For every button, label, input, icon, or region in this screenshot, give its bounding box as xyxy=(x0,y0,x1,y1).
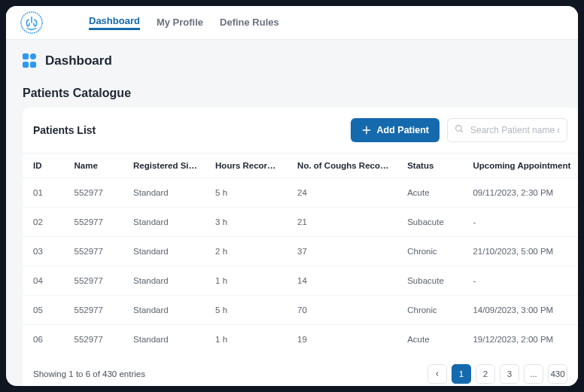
search-wrap xyxy=(447,118,567,142)
col-coughs: No. of Coughs Recorded xyxy=(287,153,397,178)
table-header-row: ID Name Registered Since Hours Recorded … xyxy=(23,153,578,178)
cell-coughs: 14 xyxy=(287,266,397,296)
section-title: Patients Catalogue xyxy=(6,73,578,108)
cell-status: Subacute xyxy=(397,208,462,237)
cell-name: 552977 xyxy=(64,237,123,266)
cell-registered: Standard xyxy=(123,296,205,325)
cell-hours: 1 h xyxy=(205,266,287,296)
cell-name: 552977 xyxy=(64,178,123,208)
cell-hours: 2 h xyxy=(205,237,287,266)
cell-appointment: 09/11/2023, 2:30 PM xyxy=(462,178,578,208)
cell-name: 552977 xyxy=(64,266,123,296)
cell-name: 552977 xyxy=(64,296,123,325)
page-title: Dashboard xyxy=(45,53,112,68)
cell-id: 06 xyxy=(23,325,64,354)
cell-hours: 5 h xyxy=(205,178,287,208)
pager-page[interactable]: 3 xyxy=(500,364,519,384)
cell-status: Subacute xyxy=(397,266,462,296)
list-title: Patients List xyxy=(33,124,343,136)
cell-id: 04 xyxy=(23,266,64,296)
table-row: 05552977Standard5 h70Chronic14/09/2023, … xyxy=(23,296,578,325)
col-name: Name xyxy=(64,153,123,178)
cell-appointment: 14/09/2023, 3:00 PM xyxy=(462,296,578,325)
cell-appointment: 21/10/2023, 5:00 PM xyxy=(462,237,578,266)
cell-appointment: - xyxy=(462,208,578,237)
nav-my-profile[interactable]: My Profile xyxy=(157,17,203,29)
cell-coughs: 21 xyxy=(287,208,397,237)
table-body: 01552977Standard5 h24Acute09/11/2023, 2:… xyxy=(23,178,578,354)
cell-coughs: 24 xyxy=(287,178,397,208)
col-registered: Registered Since xyxy=(123,153,205,178)
cell-hours: 5 h xyxy=(205,296,287,325)
cell-registered: Standard xyxy=(123,266,205,296)
chevron-left-icon xyxy=(433,370,441,378)
cell-hours: 1 h xyxy=(205,325,287,354)
add-patient-button[interactable]: Add Patient xyxy=(351,118,440,142)
cell-coughs: 70 xyxy=(287,296,397,325)
cell-status: Acute xyxy=(397,178,462,208)
lung-logo-icon xyxy=(20,11,43,34)
svg-point-1 xyxy=(456,126,462,132)
cell-hours: 3 h xyxy=(205,208,287,237)
cell-registered: Standard xyxy=(123,237,205,266)
cell-registered: Standard xyxy=(123,325,205,354)
cell-name: 552977 xyxy=(64,325,123,354)
card-footer: Showing 1 to 6 of 430 entries 123...430 xyxy=(23,354,578,386)
cell-registered: Standard xyxy=(123,208,205,237)
cell-registered: Standard xyxy=(123,178,205,208)
pager-page[interactable]: 430 xyxy=(548,364,567,384)
cell-appointment: - xyxy=(462,266,578,296)
entries-text: Showing 1 to 6 of 430 entries xyxy=(33,369,427,378)
app-viewport: Dashboard My Profile Define Rules Dashbo… xyxy=(6,6,578,386)
nav-dashboard[interactable]: Dashboard xyxy=(89,15,140,30)
col-hours: Hours Recorded xyxy=(205,153,287,178)
cell-id: 03 xyxy=(23,237,64,266)
pager-ellipsis: ... xyxy=(524,364,543,384)
col-appointment: Upcoming Appointment xyxy=(462,153,578,178)
search-icon xyxy=(455,123,464,137)
nav-define-rules[interactable]: Define Rules xyxy=(220,17,279,29)
patients-table: ID Name Registered Since Hours Recorded … xyxy=(23,153,578,354)
table-row: 01552977Standard5 h24Acute09/11/2023, 2:… xyxy=(23,178,578,208)
topbar: Dashboard My Profile Define Rules xyxy=(6,6,578,40)
col-status: Status xyxy=(397,153,462,178)
brand-logo xyxy=(20,11,44,35)
cell-coughs: 37 xyxy=(287,237,397,266)
patients-card: Patients List Add Patient ID Name Regist… xyxy=(23,108,578,386)
cell-name: 552977 xyxy=(64,208,123,237)
card-header: Patients List Add Patient xyxy=(23,108,578,153)
pager-page[interactable]: 2 xyxy=(476,364,495,384)
pager-page[interactable]: 1 xyxy=(452,364,471,384)
cell-status: Chronic xyxy=(397,296,462,325)
cell-id: 01 xyxy=(23,178,64,208)
cell-status: Acute xyxy=(397,325,462,354)
page-header: Dashboard xyxy=(6,40,578,73)
nav-links: Dashboard My Profile Define Rules xyxy=(89,15,279,30)
table-row: 03552977Standard2 h37Chronic21/10/2023, … xyxy=(23,237,578,266)
pager: 123...430 xyxy=(427,364,567,384)
cell-status: Chronic xyxy=(397,237,462,266)
cell-id: 05 xyxy=(23,296,64,325)
table-row: 04552977Standard1 h14Subacute- xyxy=(23,266,578,296)
table-row: 02552977Standard3 h21Subacute- xyxy=(23,208,578,237)
cell-coughs: 19 xyxy=(287,325,397,354)
cell-id: 02 xyxy=(23,208,64,237)
table-row: 06552977Standard1 h19Acute19/12/2023, 2:… xyxy=(23,325,578,354)
cell-appointment: 19/12/2023, 2:00 PM xyxy=(462,325,578,354)
table-scroll: ID Name Registered Since Hours Recorded … xyxy=(23,153,578,354)
pager-prev[interactable] xyxy=(427,364,447,384)
add-patient-label: Add Patient xyxy=(377,125,429,135)
search-input[interactable] xyxy=(447,118,567,142)
dashboard-icon xyxy=(23,53,38,68)
plus-icon xyxy=(361,125,372,135)
col-id: ID xyxy=(23,153,64,178)
